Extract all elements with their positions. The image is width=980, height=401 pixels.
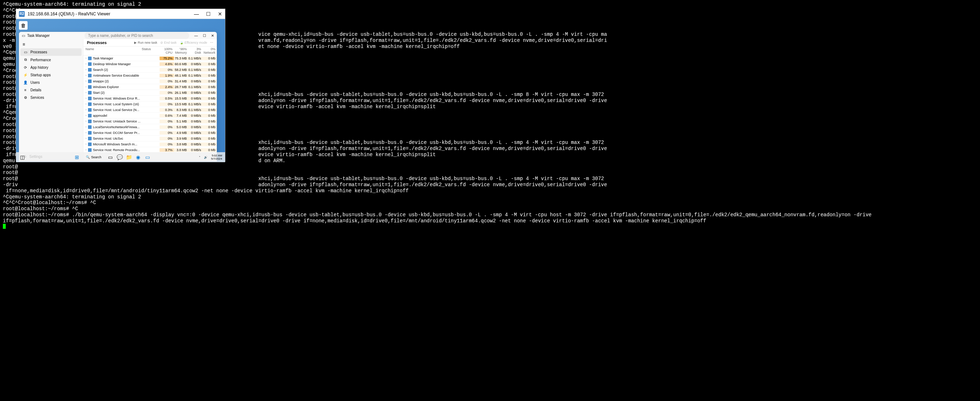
table-row[interactable]: ›Desktop Window Manager4.6%60.6 MB0 MB/s… (83, 61, 217, 67)
sidebar-item-services[interactable]: ⚙Services (21, 94, 81, 101)
col-memory[interactable]: ˅96%Memory (174, 47, 188, 54)
process-name: Antimalware Service Executable (93, 74, 139, 77)
process-cpu: 0% (159, 131, 174, 135)
table-row[interactable]: ›Service Host: UtcSvc0%3.9 MB0 MB/s0 Mb (83, 136, 217, 141)
users-icon: 👤 (23, 81, 27, 85)
task-view-icon[interactable]: ▭ (107, 154, 113, 160)
hamburger-icon[interactable]: ≡ (21, 40, 81, 48)
process-icon (88, 148, 92, 152)
process-memory: 8.3 MB (174, 108, 188, 112)
table-row[interactable]: ›Task Manager75.2%75.3 MB0.1 MB/s0 Mb (83, 56, 217, 61)
sidebar-item-startup-apps[interactable]: ⚡Startup apps (21, 71, 81, 79)
tray-volume-icon[interactable]: 🔊 (204, 156, 207, 159)
col-cpu[interactable]: 100%CPU (159, 47, 174, 54)
chevron-right-icon: › (86, 57, 87, 60)
process-network: 0 Mb (202, 120, 217, 123)
tm-close-button[interactable]: ✕ (211, 34, 214, 38)
start-icon[interactable]: ⊞ (74, 154, 80, 160)
process-icon (88, 102, 92, 106)
table-row[interactable]: ›Search (2)0%58.2 MB0.1 MB/s0 Mb (83, 67, 217, 73)
process-cpu: 2.4% (159, 85, 174, 89)
table-row[interactable]: ›wsappx (2)0%31.4 MB0 MB/s0 Mb (83, 78, 217, 84)
taskbar-date[interactable]: 5/7/2024 (211, 157, 222, 160)
sidebar-item-details[interactable]: ≡Details (21, 86, 81, 94)
col-disk[interactable]: 3%Disk (188, 47, 202, 54)
col-status[interactable]: Status (142, 47, 159, 54)
process-cpu: 0% (159, 137, 174, 141)
process-memory: 5.0 MB (174, 125, 188, 129)
table-row[interactable]: ›LocalServiceNoNetworkFirewa...0%5.0 MB0… (83, 124, 217, 130)
process-icon (88, 57, 92, 60)
col-name[interactable]: Name (83, 47, 142, 54)
recycle-bin-icon[interactable]: 🗑 (19, 21, 27, 30)
chevron-right-icon: › (86, 91, 87, 94)
col-network[interactable]: 0%Network (202, 47, 217, 54)
task-manager-window[interactable]: ▭ Task Manager — ☐ ✕ ≡ ▭Processes⧉Perfor… (19, 32, 217, 161)
table-row[interactable]: ›Antimalware Service Executable1.9%48.1 … (83, 73, 217, 78)
process-name: LocalServiceNoNetworkFirewa... (93, 125, 140, 129)
more-icon[interactable]: ⋯ (210, 41, 213, 45)
close-button[interactable]: ✕ (218, 11, 222, 17)
taskbar-time[interactable]: 5:02 AM (211, 154, 222, 157)
process-network: 0 Mb (202, 108, 217, 112)
process-name: Desktop Window Manager (93, 62, 131, 66)
process-name: Service Host: Unistack Service ... (93, 120, 141, 123)
taskbar-search[interactable]: 🔍 Search (83, 155, 105, 160)
table-row[interactable]: ›Service Host: DCOM Server Pr...0%4.9 MB… (83, 130, 217, 136)
process-memory: 15.5 MB (174, 97, 188, 100)
table-row[interactable]: ›appmodel0.6%7.4 MB0 MB/s0 Mb (83, 113, 217, 118)
process-disk: 0 MB/s (188, 80, 202, 83)
table-row[interactable]: ›Service Host: Local System (16)0%13.5 M… (83, 101, 217, 107)
process-memory: 4.9 MB (174, 131, 188, 135)
sidebar-item-users[interactable]: 👤Users (21, 79, 81, 86)
taskmgr-taskbar-icon[interactable]: ▭ (144, 154, 151, 160)
process-name: Service Host: Windows Error R... (93, 97, 140, 100)
process-disk: 0 MB/s (188, 137, 202, 141)
process-memory: 5.1 MB (174, 120, 188, 123)
vnc-viewer-window[interactable]: R2 192.168.68.164 (QEMU) - RealVNC Viewe… (16, 9, 226, 162)
edge-icon[interactable]: ◉ (135, 154, 141, 160)
sidebar-item-app-history[interactable]: ⟳App history (21, 64, 81, 71)
process-disk: 0 MB/s (188, 120, 202, 123)
explorer-icon[interactable]: 📁 (126, 154, 132, 160)
processes-table[interactable]: Name Status 100%CPU ˅96%Memory 3%Disk (83, 46, 217, 161)
minimize-button[interactable]: — (194, 11, 199, 17)
process-memory: 26.1 MB (174, 91, 188, 94)
run-new-task-button[interactable]: ▶Run new task (134, 41, 158, 45)
vnc-remote-desktop[interactable]: 🗑 ▭ Task Manager — ☐ ✕ ≡ ▭Processes⧉Perf… (16, 19, 225, 162)
chevron-right-icon: › (86, 102, 87, 105)
tray-chevron-icon[interactable]: ˄ (199, 156, 200, 159)
table-row[interactable]: ›Windows Explorer2.4%28.7 MB0.1 MB/s0 Mb (83, 84, 217, 90)
process-name: appmodel (93, 114, 107, 117)
terminal-line: root@ (3, 170, 977, 176)
table-row[interactable]: ›Start (2)0%26.1 MB0 MB/s0 Mb (83, 90, 217, 96)
table-row[interactable]: ›Service Host: Windows Error R...0.5%15.… (83, 96, 217, 101)
task-manager-icon: ▭ (22, 34, 25, 38)
process-name: Start (2) (93, 91, 105, 94)
vnc-titlebar[interactable]: R2 192.168.68.164 (QEMU) - RealVNC Viewe… (16, 9, 225, 19)
chat-icon[interactable]: 💬 (116, 154, 123, 160)
tm-maximize-button[interactable]: ☐ (203, 34, 206, 38)
process-icon (88, 91, 92, 94)
process-disk: 0 MB/s (188, 114, 202, 117)
end-task-button[interactable]: ⊘End task (160, 41, 177, 45)
process-name: Microsoft Windows Search In... (93, 142, 137, 146)
process-cpu: 1.9% (159, 74, 174, 77)
process-network: 0 Mb (202, 142, 217, 146)
process-cpu: 0% (159, 142, 174, 146)
efficiency-mode-button[interactable]: 🍃Efficiency mode (180, 41, 207, 45)
chevron-right-icon: › (86, 97, 87, 100)
sidebar-item-performance[interactable]: ⧉Performance (21, 56, 81, 64)
process-disk: 0 MB/s (188, 97, 202, 100)
table-row[interactable]: ›Service Host: Unistack Service ...0%5.1… (83, 118, 217, 124)
sidebar-item-processes[interactable]: ▭Processes (21, 48, 81, 56)
maximize-button[interactable]: ☐ (206, 11, 211, 17)
search-input[interactable] (84, 32, 189, 39)
chevron-right-icon: › (86, 108, 87, 111)
windows-taskbar[interactable]: ◫ ⊞ 🔍 Search ▭ 💬 📁 ◉ ▭ ˄ 🔊 5:02 AM 5/7/2… (16, 152, 225, 162)
table-row[interactable]: ›Microsoft Windows Search In...0%3.8 MB0… (83, 141, 217, 147)
table-row[interactable]: ›Service Host: Local Service (N...0.3%8.… (83, 107, 217, 113)
tm-minimize-button[interactable]: — (194, 34, 198, 38)
nav-label: Startup apps (30, 73, 51, 77)
widgets-icon[interactable]: ◫ (19, 154, 25, 160)
